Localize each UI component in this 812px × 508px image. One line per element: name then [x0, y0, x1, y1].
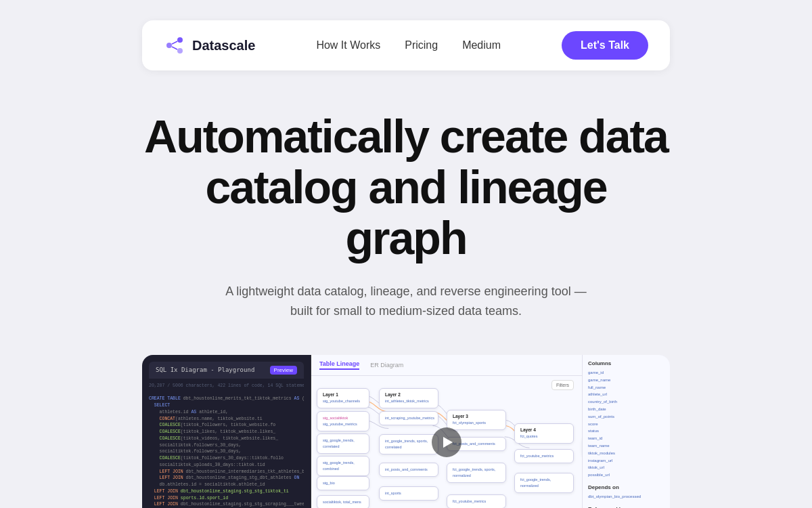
- column-item: score: [588, 421, 664, 428]
- logo[interactable]: Datascale: [164, 35, 255, 56]
- lineage-panel: Table Lineage ER Diagram: [311, 355, 582, 508]
- column-item: game_id: [588, 369, 664, 377]
- screenshot-preview: SQL Ix Diagram - Playground Preview 20,2…: [142, 355, 670, 508]
- column-item: team_id: [588, 435, 664, 442]
- lineage-canvas: Layer 1 stg_youtube_channels stg_socialt…: [311, 376, 582, 508]
- nav-how-it-works[interactable]: How It Works: [316, 39, 380, 51]
- sql-panel-title: SQL Ix Diagram - Playground: [156, 366, 254, 373]
- columns-panel: Columns game_id game_name full_name athl…: [582, 355, 670, 508]
- svg-point-2: [177, 48, 183, 54]
- svg-line-4: [172, 47, 177, 49]
- columns-section: Columns game_id game_name full_name athl…: [588, 360, 664, 479]
- svg-point-0: [166, 43, 172, 48]
- nav-links: How It Works Pricing Medium: [316, 39, 501, 51]
- hero-section: Automatically create data catalog and li…: [142, 111, 670, 321]
- column-item: tiktok_url: [588, 464, 664, 471]
- tab-erd[interactable]: ER Diagram: [370, 362, 403, 368]
- nav-medium[interactable]: Medium: [462, 39, 501, 51]
- tab-lineage[interactable]: Table Lineage: [319, 360, 359, 370]
- column-item: athlete_url: [588, 391, 664, 398]
- play-button[interactable]: [432, 427, 461, 457]
- sql-code: 20,287 / 5006 characters, 422 lines of c…: [149, 383, 304, 508]
- column-item: sum_of_points: [588, 413, 664, 421]
- column-item: tiktok_modules: [588, 450, 664, 457]
- svg-point-1: [177, 37, 183, 43]
- depends-on-title: Depends on: [588, 484, 664, 490]
- column-item: team_name: [588, 442, 664, 450]
- logo-icon: [164, 35, 185, 56]
- filters-label[interactable]: Filters: [551, 380, 574, 390]
- column-item: birth_date: [588, 406, 664, 413]
- depends-on-section: Depends on dbt_olympian_bio_processed: [588, 484, 664, 501]
- cta-button[interactable]: Let's Talk: [562, 31, 648, 60]
- navbar: Datascale How It Works Pricing Medium Le…: [142, 20, 670, 70]
- svg-line-3: [172, 41, 177, 44]
- sql-preview-btn[interactable]: Preview: [270, 366, 297, 375]
- column-item: status: [588, 427, 664, 435]
- column-item: game_name: [588, 377, 664, 384]
- columns-section-title: Columns: [588, 360, 664, 366]
- column-item: instagram_url: [588, 457, 664, 465]
- dep-item: dbt_olympian_bio_processed: [588, 493, 664, 501]
- logo-text: Datascale: [192, 38, 255, 54]
- nav-pricing[interactable]: Pricing: [405, 39, 438, 51]
- hero-title: Automatically create data catalog and li…: [142, 111, 670, 263]
- hero-subtitle: A lightweight data catalog, lineage, and…: [217, 282, 595, 321]
- sql-panel: SQL Ix Diagram - Playground Preview 20,2…: [142, 355, 311, 508]
- column-item: possible_url: [588, 471, 664, 479]
- column-item: full_name: [588, 384, 664, 391]
- column-item: country_of_birth: [588, 398, 664, 406]
